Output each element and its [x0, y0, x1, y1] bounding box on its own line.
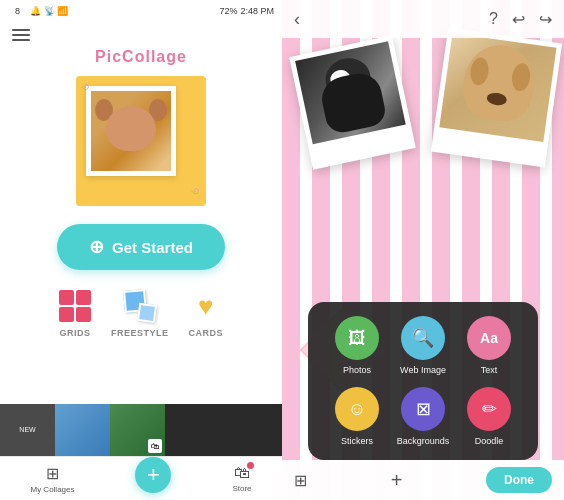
logo-text: PicCollage — [95, 48, 187, 65]
help-icon[interactable]: ? — [489, 10, 498, 28]
status-bar: ⠀8⠀ 🔔 📡 📶 72% 2:48 PM — [0, 0, 282, 22]
nav-my-collages[interactable]: ⊞ My Collages — [30, 464, 74, 494]
status-icons: 🔔 📡 📶 — [30, 6, 68, 16]
grids-option[interactable]: GRIDS — [59, 290, 91, 338]
backgrounds-label: Backgrounds — [397, 436, 450, 446]
grids-label: GRIDS — [59, 328, 90, 338]
get-started-button[interactable]: ⊕ Get Started — [57, 224, 225, 270]
context-menu-row-2: ☺ Stickers ⊠ Backgrounds ✏ Doodle — [324, 387, 522, 446]
ctx-backgrounds[interactable]: ⊠ Backgrounds — [391, 387, 455, 446]
ctx-web-image[interactable]: 🔍 Web Image — [391, 316, 455, 375]
thumb-image-2[interactable]: 🛍 — [110, 404, 165, 456]
battery-level: 72% — [219, 6, 237, 16]
cards-option[interactable]: ♥ CARDS — [189, 290, 224, 338]
freestyle-label: FREESTYLE — [111, 328, 169, 338]
photos-icon: 🖼 — [335, 316, 379, 360]
back-button[interactable]: ‹ — [294, 9, 300, 30]
ctx-doodle[interactable]: ✏ Doodle — [457, 387, 521, 446]
add-photo-button[interactable]: + — [391, 469, 403, 492]
freestyle-icon — [124, 290, 156, 322]
bw-dog-photo — [295, 41, 406, 144]
ctx-stickers[interactable]: ☺ Stickers — [325, 387, 389, 446]
bottom-nav: ⊞ My Collages + 🛍 Store — [0, 456, 282, 500]
hamburger-menu[interactable] — [12, 26, 30, 44]
thumb-image-1[interactable] — [55, 404, 110, 456]
nav-store[interactable]: 🛍 Store — [232, 464, 251, 493]
heart-icon: ♥ — [198, 291, 213, 322]
cards-icon: ♥ — [190, 290, 222, 322]
preview-photo — [86, 86, 176, 176]
cards-label: CARDS — [189, 328, 224, 338]
web-image-icon: 🔍 — [401, 316, 445, 360]
web-image-label: Web Image — [400, 365, 446, 375]
redo-icon[interactable]: ↪ — [539, 10, 552, 29]
editor-header: ‹ ? ↩ ↪ — [282, 0, 564, 38]
grid-toggle-icon[interactable]: ⊞ — [294, 471, 307, 490]
ctx-photos[interactable]: 🖼 Photos — [325, 316, 389, 375]
editor-bottom-bar: ⊞ + Done — [282, 460, 564, 500]
sticker-decoration-2: ꩜ — [190, 184, 202, 198]
status-time: ⠀8⠀ — [8, 6, 27, 16]
lab-nose — [486, 92, 507, 107]
right-panel: ‹ ? ↩ ↪ 🖼 Photo — [282, 0, 564, 500]
stickers-icon: ☺ — [335, 387, 379, 431]
polaroid-photo-2[interactable] — [431, 28, 562, 168]
stickers-label: Stickers — [341, 436, 373, 446]
get-started-icon: ⊕ — [89, 236, 104, 258]
thumb-img-bg — [55, 404, 110, 456]
my-collages-label: My Collages — [30, 485, 74, 494]
collage-preview-card: ꩜ ꩜ — [76, 76, 206, 206]
text-label: Text — [481, 365, 498, 375]
thumb-icon: 🛍 — [148, 439, 162, 453]
backgrounds-icon: ⊠ — [401, 387, 445, 431]
status-right: 72% 2:48 PM — [219, 6, 274, 16]
photos-label: Photos — [343, 365, 371, 375]
lab-ear-right — [510, 62, 532, 92]
dog-head — [106, 106, 156, 151]
freestyle-option[interactable]: FREESTYLE — [111, 290, 169, 338]
nav-add-button[interactable]: + — [135, 457, 171, 493]
thumbnail-strip: NEW 🛍 — [0, 404, 282, 456]
sticker-decoration-1: ꩜ — [80, 80, 92, 94]
clock: 2:48 PM — [240, 6, 274, 16]
new-thumb-label: NEW — [19, 426, 35, 434]
lab-ear-left — [468, 56, 490, 86]
context-menu-row-1: 🖼 Photos 🔍 Web Image Aa Text — [324, 316, 522, 375]
context-menu: 🖼 Photos 🔍 Web Image Aa Text ☺ Stickers … — [308, 302, 538, 460]
store-label: Store — [232, 484, 251, 493]
ctx-text[interactable]: Aa Text — [457, 316, 521, 375]
add-icon: + — [147, 462, 160, 488]
new-collage-thumb: NEW — [0, 404, 55, 456]
mode-options: GRIDS FREESTYLE ♥ CARDS — [59, 290, 223, 338]
doodle-label: Doodle — [475, 436, 504, 446]
lab-dog-photo — [439, 33, 556, 142]
doodle-icon: ✏ — [467, 387, 511, 431]
store-icon: 🛍 — [234, 464, 250, 482]
my-collages-icon: ⊞ — [46, 464, 59, 483]
text-icon: Aa — [467, 316, 511, 360]
app-logo: PicCollage — [95, 48, 187, 66]
dog-photo — [91, 91, 171, 171]
left-panel: ⠀8⠀ 🔔 📡 📶 72% 2:48 PM PicCollage ꩜ ꩜ ⊕ G… — [0, 0, 282, 500]
done-button[interactable]: Done — [486, 467, 552, 493]
status-left: ⠀8⠀ 🔔 📡 📶 — [8, 6, 68, 16]
lab-head — [459, 41, 539, 125]
grids-icon — [59, 290, 91, 322]
get-started-label: Get Started — [112, 239, 193, 256]
undo-icon[interactable]: ↩ — [512, 10, 525, 29]
header-actions: ? ↩ ↪ — [489, 10, 552, 29]
